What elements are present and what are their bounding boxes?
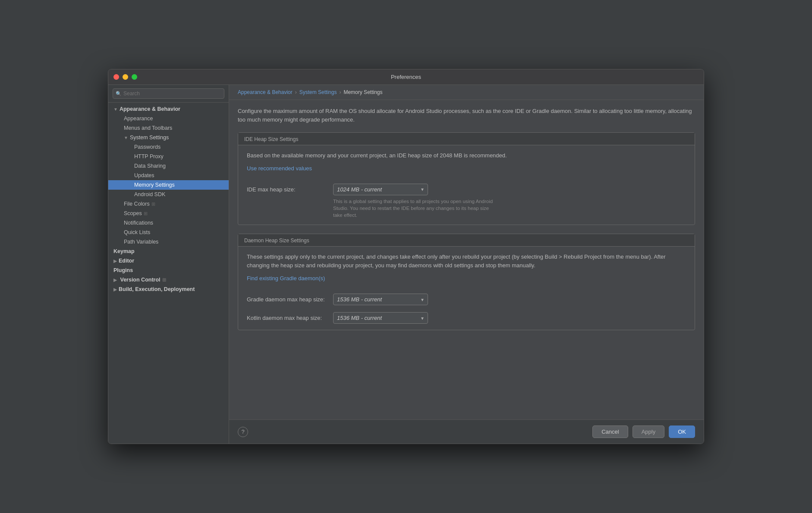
main-layout: 🔍 ▼ Appearance & Behavior Appearance Men… <box>108 85 704 444</box>
sidebar-item-quick-lists[interactable]: Quick Lists <box>108 228 229 237</box>
daemon-heap-section-title: Daemon Heap Size Settings <box>238 234 695 247</box>
chevron-down-icon: ▼ <box>124 135 128 140</box>
sidebar-item-appearance-behavior[interactable]: ▼ Appearance & Behavior <box>108 104 229 114</box>
gradle-heap-size-dropdown[interactable]: 750 MB 1024 MB 1536 MB - current 2048 MB… <box>333 294 428 305</box>
ide-heap-dropdown-wrapper: 750 MB 1024 MB - current 2048 MB 3072 MB… <box>333 184 428 195</box>
ide-recommendation-text: Based on the available memory and your c… <box>247 151 686 160</box>
sidebar-item-editor[interactable]: ▶ Editor <box>108 256 229 266</box>
kotlin-heap-size-dropdown[interactable]: 750 MB 1024 MB 1536 MB - current 2048 MB… <box>333 312 428 324</box>
sidebar-list: ▼ Appearance & Behavior Appearance Menus… <box>108 103 229 444</box>
breadcrumb-system-settings[interactable]: System Settings <box>299 89 337 95</box>
sidebar-item-path-variables[interactable]: Path Variables <box>108 237 229 247</box>
sidebar-item-label: Plugins <box>113 267 133 273</box>
ide-heap-hint: This is a global setting that applies to… <box>333 198 497 219</box>
breadcrumb-separator-2: › <box>339 89 341 95</box>
search-box: 🔍 <box>108 85 229 103</box>
ide-heap-section-title: IDE Heap Size Settings <box>238 133 695 145</box>
chevron-down-icon: ▼ <box>113 107 118 112</box>
daemon-heap-section: Daemon Heap Size Settings These settings… <box>238 234 695 330</box>
close-button[interactable] <box>113 74 119 80</box>
gradle-heap-dropdown-wrapper: 750 MB 1024 MB 1536 MB - current 2048 MB… <box>333 294 428 305</box>
sidebar-item-label: Data Sharing <box>134 163 166 169</box>
kotlin-heap-field-row: Kotlin daemon max heap size: 750 MB 1024… <box>247 312 686 324</box>
sidebar-item-passwords[interactable]: Passwords <box>108 142 229 152</box>
sidebar-item-label: Passwords <box>134 144 161 150</box>
sidebar-item-notifications[interactable]: Notifications <box>108 218 229 228</box>
ide-heap-section: IDE Heap Size Settings Based on the avai… <box>238 132 695 225</box>
minimize-button[interactable] <box>123 74 128 80</box>
sidebar-item-label: Menus and Toolbars <box>124 125 172 131</box>
sidebar-item-android-sdk[interactable]: Android SDK <box>108 190 229 199</box>
daemon-heap-section-body: These settings apply only to the current… <box>238 247 695 330</box>
sidebar-item-label: Path Variables <box>124 239 158 245</box>
ok-button[interactable]: OK <box>669 425 695 438</box>
ide-heap-section-body: Based on the available memory and your c… <box>238 145 695 225</box>
sidebar-item-menus-toolbars[interactable]: Menus and Toolbars <box>108 123 229 133</box>
sidebar-item-plugins[interactable]: Plugins <box>108 266 229 275</box>
sidebar-item-appearance[interactable]: Appearance <box>108 114 229 123</box>
sidebar-item-label: Android SDK <box>134 191 165 197</box>
kotlin-heap-label: Kotlin daemon max heap size: <box>247 315 333 321</box>
sidebar-item-memory-settings[interactable]: Memory Settings <box>108 180 229 190</box>
bottom-right: Cancel Apply OK <box>592 425 695 438</box>
sidebar-item-label: Keymap <box>113 248 135 254</box>
cancel-button[interactable]: Cancel <box>592 425 628 438</box>
titlebar: Preferences <box>108 69 704 85</box>
use-recommended-values-link[interactable]: Use recommended values <box>247 165 312 172</box>
sidebar-item-label: Memory Settings <box>134 182 175 188</box>
sidebar-item-http-proxy[interactable]: HTTP Proxy <box>108 152 229 161</box>
ide-heap-field-row: IDE max heap size: 750 MB 1024 MB - curr… <box>247 184 686 195</box>
breadcrumb-memory-settings: Memory Settings <box>343 89 382 95</box>
chevron-right-icon: ▶ <box>113 287 117 292</box>
search-input[interactable] <box>113 88 224 99</box>
settings-icon: ⊞ <box>144 211 148 216</box>
main-panel: Appearance & Behavior › System Settings … <box>229 85 704 444</box>
bottom-left: ? <box>238 427 248 437</box>
maximize-button[interactable] <box>132 74 137 80</box>
find-gradle-daemon-link[interactable]: Find existing Gradle daemon(s) <box>247 275 325 282</box>
sidebar-item-label: Notifications <box>124 220 153 226</box>
sidebar-item-label: Appearance & Behavior <box>120 106 180 112</box>
window-title: Preferences <box>391 74 421 80</box>
sidebar: 🔍 ▼ Appearance & Behavior Appearance Men… <box>108 85 229 444</box>
sidebar-item-label: Editor <box>119 258 134 264</box>
sidebar-item-label: Version Control <box>120 277 160 283</box>
sidebar-item-scopes[interactable]: Scopes ⊞ <box>108 209 229 218</box>
help-button[interactable]: ? <box>238 427 248 437</box>
page-description: Configure the maximum amount of RAM the … <box>238 107 695 124</box>
bottom-bar: ? Cancel Apply OK <box>229 419 704 444</box>
apply-button[interactable]: Apply <box>633 425 665 438</box>
settings-icon: ⊞ <box>151 201 155 207</box>
preferences-window: Preferences 🔍 ▼ Appearance & Behavior Ap… <box>108 69 704 444</box>
sidebar-item-data-sharing[interactable]: Data Sharing <box>108 161 229 171</box>
search-wrapper: 🔍 <box>113 88 224 99</box>
window-controls <box>113 74 137 80</box>
gradle-heap-field-row: Gradle daemon max heap size: 750 MB 1024… <box>247 294 686 305</box>
gradle-heap-label: Gradle daemon max heap size: <box>247 296 333 303</box>
ide-heap-size-dropdown[interactable]: 750 MB 1024 MB - current 2048 MB 3072 MB… <box>333 184 428 195</box>
chevron-right-icon: ▶ <box>113 259 117 263</box>
ide-heap-label: IDE max heap size: <box>247 186 333 193</box>
sidebar-item-label: Updates <box>134 172 154 178</box>
sidebar-item-build-execution[interactable]: ▶ Build, Execution, Deployment <box>108 285 229 294</box>
sidebar-item-label: Build, Execution, Deployment <box>119 286 195 292</box>
breadcrumb: Appearance & Behavior › System Settings … <box>229 85 704 100</box>
sidebar-item-label: File Colors <box>124 201 150 207</box>
breadcrumb-appearance-behavior[interactable]: Appearance & Behavior <box>238 89 293 95</box>
kotlin-heap-dropdown-wrapper: 750 MB 1024 MB 1536 MB - current 2048 MB… <box>333 312 428 324</box>
settings-icon: ⊞ <box>162 277 166 283</box>
sidebar-item-file-colors[interactable]: File Colors ⊞ <box>108 199 229 209</box>
sidebar-item-label: Appearance <box>124 116 153 122</box>
sidebar-item-label: Quick Lists <box>124 229 150 235</box>
sidebar-item-label: Scopes <box>124 210 142 216</box>
daemon-description: These settings apply only to the current… <box>247 253 686 270</box>
sidebar-item-label: HTTP Proxy <box>134 153 164 160</box>
sidebar-item-system-settings[interactable]: ▼ System Settings <box>108 133 229 142</box>
sidebar-item-keymap[interactable]: Keymap <box>108 247 229 256</box>
settings-content: Configure the maximum amount of RAM the … <box>229 100 704 419</box>
sidebar-item-label: System Settings <box>130 135 169 141</box>
sidebar-item-version-control[interactable]: ▶ Version Control ⊞ <box>108 275 229 285</box>
sidebar-item-updates[interactable]: Updates <box>108 171 229 180</box>
chevron-right-icon: ▶ <box>113 278 117 282</box>
breadcrumb-separator-1: › <box>295 89 297 95</box>
